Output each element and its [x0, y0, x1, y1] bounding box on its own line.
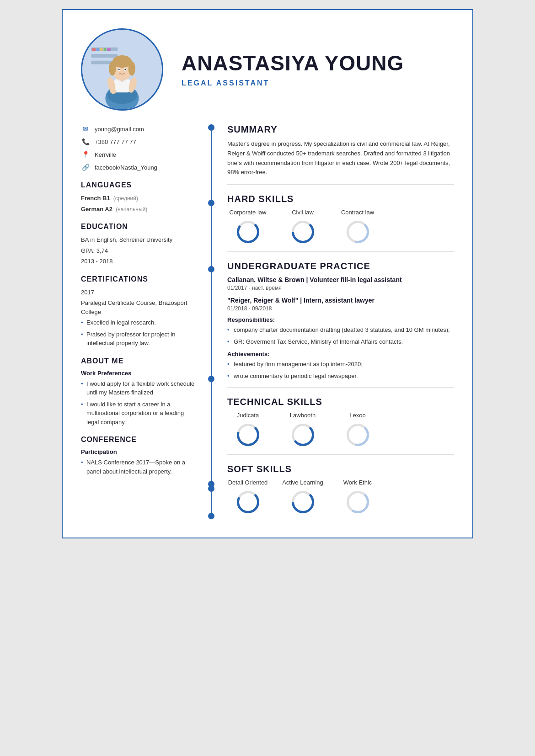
resp-bullet-1: company charter documentation drafting (…: [227, 325, 454, 335]
social-text: facebook/Nastia_Young: [95, 164, 157, 171]
hard-skill-civil-label: Civil law: [292, 209, 314, 216]
soft-skill-active-label: Active Learning: [282, 479, 323, 486]
hard-skill-civil: Civil law: [282, 209, 323, 245]
hard-skill-contract-circle: [345, 219, 370, 245]
tech-skill-lexoo-circle: [345, 422, 370, 447]
education-gpa: GPA: 3,74: [81, 246, 195, 256]
candidate-title: LEGAL ASSISTANT: [182, 79, 454, 87]
cert-bullet-2: Praised by professor for project in inte…: [81, 330, 195, 348]
left-column: ✉ young@gmail.com 📞 +380 777 77 77 📍 Ker…: [81, 124, 204, 519]
phone-icon: 📞: [81, 137, 90, 146]
svg-point-22: [124, 69, 126, 70]
hard-skill-corporate-label: Corporate law: [230, 209, 267, 216]
hard-skill-contract: Contract law: [337, 209, 378, 245]
svg-rect-6: [100, 48, 103, 51]
hard-skill-corporate-circle: [235, 219, 261, 245]
resume-document: ANASTASIYA YOUNG LEGAL ASSISTANT ✉ young…: [62, 9, 473, 538]
body-layout: ✉ young@gmail.com 📞 +380 777 77 77 📍 Ker…: [81, 124, 454, 519]
svg-point-18: [128, 62, 135, 76]
conference-subhead: Participation: [81, 448, 195, 455]
work-pref-bullet-1: I would apply for a flexible work schedu…: [81, 379, 195, 397]
language-german: German A2 (начальный): [81, 205, 195, 214]
achievements-label: Achievements:: [227, 351, 454, 357]
hard-skill-corporate: Corporate law: [227, 209, 268, 245]
timeline-dot-1: [208, 124, 214, 131]
cert-year: 2017: [81, 288, 195, 297]
hard-skills-row: Corporate law Civil law Contract law: [227, 209, 454, 245]
work-preferences-title: Work Preferences: [81, 370, 195, 377]
certifications-title: CERTIFICATIONS: [81, 275, 195, 283]
soft-skill-detail-label: Detail Oriented: [228, 479, 268, 486]
summary-text: Master's degree in progress. My speciali…: [227, 139, 454, 177]
timeline-dot-2: [208, 200, 214, 206]
hard-skill-contract-label: Contract law: [341, 209, 374, 216]
tech-skill-lexoo-label: Lexoo: [349, 412, 365, 419]
languages-title: LANGUAGES: [81, 181, 195, 189]
responsibilities-label: Responsibilities:: [227, 316, 454, 323]
email-text: young@gmail.com: [95, 126, 144, 133]
svg-point-23: [110, 90, 117, 94]
avatar: [81, 28, 163, 111]
social-icon: 🔗: [81, 163, 90, 172]
tech-skill-lawbooth-label: Lawbooth: [290, 412, 316, 419]
education-title: EDUCATION: [81, 223, 195, 231]
practice-1-date: 01/2017 - наст. время: [227, 285, 454, 291]
location-icon: 📍: [81, 150, 90, 159]
summary-title: SUMMARY: [227, 124, 454, 135]
timeline-dot-3: [208, 266, 214, 272]
timeline-line: [211, 124, 212, 519]
timeline-dot-4: [208, 376, 214, 382]
svg-point-17: [109, 62, 116, 76]
svg-point-20: [118, 69, 120, 70]
timeline-dot-6: [208, 485, 214, 492]
soft-skills-row: Detail Oriented Active Learning Work Eth…: [227, 479, 454, 515]
timeline-dot-7: [208, 513, 214, 519]
svg-rect-4: [92, 48, 96, 51]
tech-skill-judicata-label: Judicata: [237, 412, 259, 419]
hard-skills-title: HARD SKILLS: [227, 194, 454, 204]
technical-skills-row: Judicata Lawbooth Lexoo: [227, 412, 454, 447]
conference-title: CONFERENCE: [81, 436, 195, 444]
soft-skill-active-circle: [290, 490, 316, 515]
divider-2: [227, 251, 454, 252]
soft-skill-detail-circle: [235, 490, 261, 515]
undergrad-title: UNDERGRADUATE PRACTICE: [227, 261, 454, 272]
conference-bullet-1: NALS Conference 2017—Spoke on a panel ab…: [81, 458, 195, 476]
resp-bullet-2: GR: Goverment Tax Service, Ministry of I…: [227, 337, 454, 346]
email-item: ✉ young@gmail.com: [81, 124, 195, 133]
cert-bullet-1: Excelled in legal research.: [81, 318, 195, 327]
email-icon: ✉: [81, 124, 90, 133]
phone-item: 📞 +380 777 77 77: [81, 137, 195, 146]
achiev-bullet-2: wrote commentary to periodic legal newsp…: [227, 372, 454, 381]
soft-skill-ethic: Work Ethic: [337, 479, 378, 515]
right-column: SUMMARY Master's degree in progress. My …: [218, 124, 454, 519]
social-item: 🔗 facebook/Nastia_Young: [81, 163, 195, 172]
soft-skill-detail: Detail Oriented: [227, 479, 268, 515]
education-degree: BA in English, Schreiner University: [81, 235, 195, 245]
top-section: ANASTASIYA YOUNG LEGAL ASSISTANT: [81, 28, 454, 111]
soft-skills-title: SOFT SKILLS: [227, 464, 454, 474]
svg-rect-2: [91, 54, 118, 58]
cert-course: Paralegal Certificate Course, Brazosport…: [81, 298, 195, 316]
about-me-title: ABOUT ME: [81, 357, 195, 365]
language-french: French B1 (средний): [81, 194, 195, 203]
divider-4: [227, 454, 454, 455]
tech-skill-judicata: Judicata: [227, 412, 268, 447]
work-pref-bullet-2: I would like to start a career in a mult…: [81, 400, 195, 427]
name-section: ANASTASIYA YOUNG LEGAL ASSISTANT: [163, 52, 454, 88]
soft-skill-active: Active Learning: [282, 479, 323, 515]
practice-2-company: "Reiger, Reiger & Wolf" | Intern, assist…: [227, 297, 454, 304]
svg-rect-11: [114, 79, 130, 92]
location-item: 📍 Kerrville: [81, 150, 195, 159]
location-text: Kerrville: [95, 151, 116, 158]
hard-skill-civil-circle: [290, 219, 316, 245]
tech-skill-lawbooth: Lawbooth: [282, 412, 323, 447]
practice-1-company: Callanan, Wiltse & Brown | Volunteer fil…: [227, 276, 454, 283]
achiev-bullet-1: featured by firm management as top inter…: [227, 360, 454, 369]
divider-1: [227, 184, 454, 185]
practice-2-date: 01/2018 - 09/2018: [227, 305, 454, 312]
soft-skill-ethic-circle: [345, 490, 370, 515]
soft-skill-ethic-label: Work Ethic: [343, 479, 372, 486]
svg-rect-8: [107, 48, 111, 51]
svg-rect-7: [104, 48, 106, 51]
